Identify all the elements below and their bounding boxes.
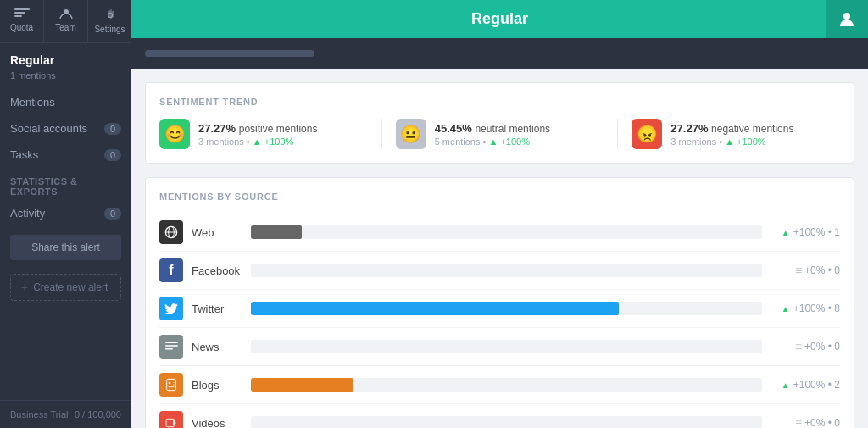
source-stat: ≡ +0% • 0 bbox=[772, 264, 840, 277]
source-icon-twitter bbox=[159, 297, 183, 320]
bar-fill bbox=[251, 302, 619, 315]
source-row: Blogs ▲ +100% • 2 bbox=[159, 366, 840, 404]
header-avatar bbox=[826, 0, 868, 38]
source-row: News ≡ +0% • 0 bbox=[159, 328, 840, 366]
sentiment-card: SENTIMENT TREND 😊 27.27% positive mentio… bbox=[145, 82, 854, 164]
source-stat-text: +100% • 1 bbox=[793, 226, 840, 238]
source-list: Web ▲ +100% • 1 f Facebook ≡ +0% • 0 Twi… bbox=[159, 214, 840, 428]
source-stat-text: +0% • 0 bbox=[804, 341, 840, 353]
bar-fill bbox=[251, 225, 302, 239]
negative-label: negative mentions bbox=[711, 123, 793, 135]
source-icon-facebook: f bbox=[159, 258, 183, 282]
mentions-source-title: MENTIONS BY SOURCE bbox=[159, 192, 840, 202]
svg-rect-10 bbox=[165, 348, 173, 350]
positive-pct: 27.27% positive mentions bbox=[198, 122, 317, 135]
source-stat: ≡ +0% • 0 bbox=[772, 340, 840, 353]
sentiment-positive-text: 27.27% positive mentions 3 mentions • ▲ … bbox=[198, 122, 317, 147]
sentiment-neutral-text: 45.45% neutral mentions 5 mentions • ▲ +… bbox=[435, 122, 550, 147]
svg-rect-9 bbox=[165, 345, 178, 347]
bar-container bbox=[251, 264, 762, 277]
footer-label: Business Trial bbox=[10, 409, 68, 420]
tasks-badge: 0 bbox=[104, 149, 121, 161]
create-new-label: Create new alert bbox=[33, 281, 108, 293]
sentiment-title: SENTIMENT TREND bbox=[159, 97, 840, 107]
social-accounts-nav[interactable]: Social accounts 0 bbox=[0, 115, 131, 142]
mentions-by-source-card: MENTIONS BY SOURCE Web ▲ +100% • 1 f Fac… bbox=[145, 177, 854, 428]
activity-nav[interactable]: Activity 0 bbox=[0, 200, 131, 226]
positive-label: positive mentions bbox=[239, 123, 318, 135]
source-name: News bbox=[192, 341, 251, 353]
mentions-nav[interactable]: Mentions bbox=[0, 89, 131, 115]
statistics-section-title: Statistics & Exports bbox=[0, 168, 131, 200]
mentions-label: Mentions bbox=[10, 96, 55, 108]
quota-button[interactable]: Quota bbox=[0, 0, 44, 42]
svg-rect-0 bbox=[14, 8, 30, 10]
trend-neutral-icon: ≡ bbox=[795, 416, 801, 428]
neutral-pct: 45.45% neutral mentions bbox=[435, 122, 550, 135]
svg-rect-1 bbox=[14, 12, 25, 14]
source-name: Blogs bbox=[192, 379, 251, 392]
bar-fill bbox=[251, 378, 353, 392]
social-accounts-badge: 0 bbox=[104, 123, 121, 135]
source-row: f Facebook ≡ +0% • 0 bbox=[159, 252, 840, 290]
neutral-detail: 5 mentions • ▲ +100% bbox=[435, 136, 550, 147]
sidebar-footer: Business Trial 0 / 100,000 bbox=[0, 400, 131, 428]
source-stat-text: +0% • 0 bbox=[804, 264, 840, 276]
sentiment-positive: 😊 27.27% positive mentions 3 mentions • … bbox=[159, 119, 368, 149]
bar-container bbox=[251, 378, 762, 392]
alert-subtitle: 1 mentions bbox=[0, 70, 131, 89]
source-row: Videos ≡ +0% • 0 bbox=[159, 404, 840, 428]
bar-container bbox=[251, 416, 762, 428]
sentiment-negative: 😠 27.27% negative mentions 3 mentions • … bbox=[632, 119, 840, 149]
sentiment-row: 😊 27.27% positive mentions 3 mentions • … bbox=[159, 119, 840, 149]
tasks-nav[interactable]: Tasks 0 bbox=[0, 142, 131, 168]
source-name: Videos bbox=[192, 417, 251, 429]
quota-label: Quota bbox=[10, 23, 33, 32]
create-new-alert-button[interactable]: + Create new alert bbox=[10, 274, 121, 301]
svg-rect-2 bbox=[14, 15, 22, 17]
trend-neutral-icon: ≡ bbox=[795, 340, 801, 353]
source-icon-videos bbox=[159, 411, 183, 428]
source-stat: ≡ +0% • 0 bbox=[772, 416, 840, 428]
team-button[interactable]: Team bbox=[44, 0, 88, 42]
source-stat-text: +100% • 8 bbox=[793, 303, 840, 314]
sidebar: Quota Team Settings Regular 1 mentions M… bbox=[0, 0, 131, 428]
source-stat: ▲ +100% • 1 bbox=[772, 226, 840, 238]
positive-icon: 😊 bbox=[159, 119, 190, 149]
trend-up-icon: ▲ bbox=[782, 304, 790, 314]
positive-detail: 3 mentions • ▲ +100% bbox=[198, 136, 317, 147]
alert-title: Regular bbox=[0, 43, 131, 70]
divider-1 bbox=[381, 119, 382, 149]
source-name: Facebook bbox=[192, 264, 251, 277]
activity-label: Activity bbox=[10, 207, 45, 220]
source-row: Web ▲ +100% • 1 bbox=[159, 214, 840, 252]
source-stat: ▲ +100% • 8 bbox=[772, 303, 840, 314]
trend-up-icon: ▲ bbox=[782, 228, 790, 237]
trend-neutral-icon: ≡ bbox=[795, 264, 801, 277]
sub-header bbox=[131, 38, 868, 69]
activity-badge: 0 bbox=[104, 208, 121, 220]
settings-button[interactable]: Settings bbox=[88, 0, 131, 42]
footer-count: 0 / 100,000 bbox=[75, 409, 121, 420]
header-title: Regular bbox=[471, 10, 528, 27]
svg-rect-8 bbox=[165, 342, 178, 343]
sentiment-neutral: 😐 45.45% neutral mentions 5 mentions • ▲… bbox=[396, 119, 604, 149]
divider-2 bbox=[617, 119, 618, 149]
source-name: Twitter bbox=[192, 303, 251, 315]
source-icon-blogs bbox=[159, 373, 183, 397]
social-accounts-label: Social accounts bbox=[10, 122, 87, 135]
source-name: Web bbox=[192, 226, 251, 239]
svg-marker-13 bbox=[173, 420, 176, 426]
source-icon-news bbox=[159, 335, 183, 359]
bar-container bbox=[251, 340, 762, 353]
negative-pct: 27.27% negative mentions bbox=[670, 122, 793, 135]
source-row: Twitter ▲ +100% • 8 bbox=[159, 290, 840, 328]
svg-rect-12 bbox=[166, 419, 174, 426]
share-alert-button[interactable]: Share this alert bbox=[10, 235, 121, 260]
negative-icon: 😠 bbox=[632, 119, 662, 149]
neutral-label: neutral mentions bbox=[475, 123, 550, 135]
tasks-label: Tasks bbox=[10, 148, 38, 161]
source-stat-text: +0% • 0 bbox=[804, 417, 840, 428]
source-icon-web bbox=[159, 220, 183, 244]
trend-up-icon: ▲ bbox=[782, 381, 790, 390]
